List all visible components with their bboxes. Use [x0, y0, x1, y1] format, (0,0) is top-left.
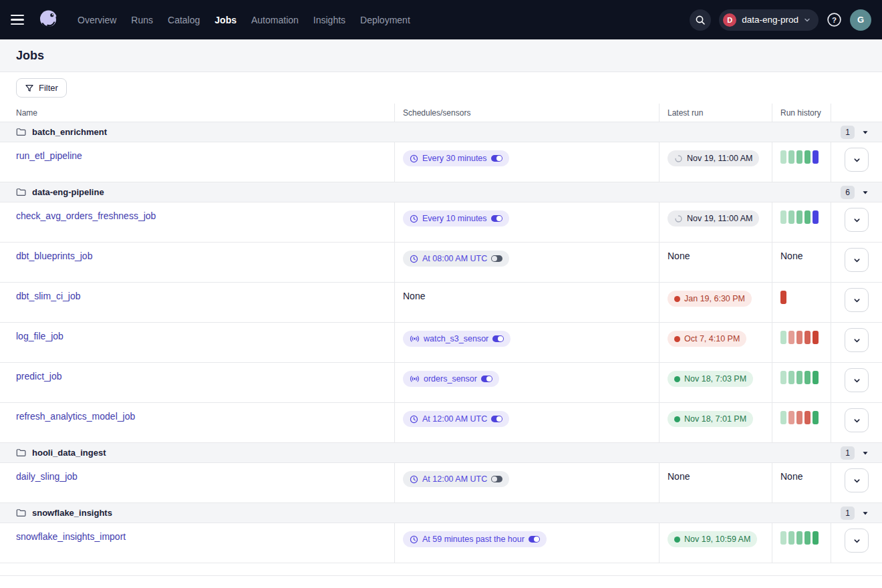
run-history-bars[interactable] [780, 411, 819, 424]
schedule-toggle[interactable] [492, 335, 504, 342]
latest-run-badge[interactable]: Nov 19, 11:00 AM [668, 150, 759, 166]
latest-run-badge[interactable]: Nov 19, 10:59 AM [668, 531, 757, 547]
job-name-link[interactable]: predict_job [16, 371, 62, 382]
job-name-link[interactable]: check_avg_orders_freshness_job [16, 210, 156, 221]
run-history-bars[interactable] [780, 331, 819, 344]
job-actions-button[interactable] [845, 248, 869, 272]
schedule-toggle[interactable] [491, 155, 502, 162]
schedule-toggle[interactable] [481, 376, 492, 382]
group-row-batch_enrichment[interactable]: batch_enrichment1 [0, 122, 882, 142]
run-history-bar[interactable] [796, 371, 802, 384]
run-history-bar[interactable] [780, 291, 786, 304]
run-history-bar[interactable] [788, 531, 794, 545]
run-history-bar[interactable] [796, 331, 802, 344]
run-history-bar[interactable] [780, 531, 786, 545]
schedule-badge[interactable]: Every 10 minutes [403, 210, 509, 227]
run-history-bar[interactable] [788, 411, 794, 424]
run-history-bar[interactable] [813, 371, 819, 384]
run-history-bar[interactable] [788, 371, 794, 384]
latest-run-badge[interactable]: Nov 18, 7:01 PM [668, 411, 753, 427]
user-avatar[interactable]: G [850, 9, 871, 31]
run-history-bar[interactable] [804, 331, 811, 344]
group-collapse-button[interactable] [862, 129, 869, 136]
latest-run-badge[interactable]: Oct 7, 4:10 PM [668, 331, 746, 347]
schedule-badge[interactable]: orders_sensor [403, 371, 499, 387]
run-history-bar[interactable] [780, 411, 786, 424]
latest-run-badge[interactable]: Nov 19, 11:00 AM [668, 210, 759, 227]
run-history-bar[interactable] [780, 150, 786, 164]
schedule-badge[interactable]: At 59 minutes past the hour [403, 531, 547, 547]
run-history-bar[interactable] [780, 210, 786, 224]
help-button[interactable]: ? [827, 12, 842, 27]
menu-icon[interactable] [11, 11, 29, 29]
schedule-toggle[interactable] [491, 255, 502, 262]
latest-run-badge[interactable]: Jan 19, 6:30 PM [668, 291, 752, 307]
job-name-link[interactable]: dbt_slim_ci_job [16, 291, 81, 301]
nav-item-runs[interactable]: Runs [131, 15, 153, 25]
run-history-bar[interactable] [788, 150, 794, 164]
run-history-bar[interactable] [813, 210, 819, 224]
run-history-bar[interactable] [804, 411, 811, 424]
job-name-link[interactable]: daily_sling_job [16, 471, 78, 482]
schedule-badge[interactable]: At 08:00 AM UTC [403, 251, 509, 267]
run-history-bar[interactable] [813, 531, 819, 545]
job-actions-button[interactable] [845, 408, 869, 432]
run-history-bar[interactable] [813, 331, 819, 344]
deployment-selector[interactable]: D data-eng-prod [719, 9, 819, 31]
schedule-toggle[interactable] [491, 416, 502, 422]
run-history-bar[interactable] [796, 150, 802, 164]
schedule-badge[interactable]: watch_s3_sensor [403, 331, 510, 347]
run-history-bar[interactable] [788, 210, 794, 224]
run-history-bar[interactable] [780, 371, 786, 384]
job-name-link[interactable]: log_file_job [16, 331, 63, 341]
schedule-badge[interactable]: At 12:00 AM UTC [403, 471, 509, 487]
run-history-bars[interactable] [780, 531, 819, 545]
schedule-badge[interactable]: At 12:00 AM UTC [403, 411, 509, 427]
nav-item-insights[interactable]: Insights [313, 15, 345, 25]
job-name-link[interactable]: dbt_blueprints_job [16, 251, 92, 261]
job-actions-button[interactable] [845, 208, 869, 232]
run-history-bars[interactable] [780, 291, 786, 304]
run-history-bars[interactable] [780, 371, 819, 384]
group-collapse-button[interactable] [862, 510, 869, 517]
group-row-snowflake_insights[interactable]: snowflake_insights1 [0, 503, 882, 523]
run-history-bar[interactable] [788, 331, 794, 344]
job-actions-button[interactable] [845, 529, 869, 553]
job-name-link[interactable]: refresh_analytics_model_job [16, 411, 135, 422]
nav-item-catalog[interactable]: Catalog [168, 15, 200, 25]
group-row-hooli_data_ingest[interactable]: hooli_data_ingest1 [0, 443, 882, 463]
group-collapse-button[interactable] [862, 450, 869, 456]
job-actions-button[interactable] [845, 148, 869, 172]
nav-item-overview[interactable]: Overview [78, 15, 116, 25]
run-history-bars[interactable] [780, 210, 819, 224]
search-button[interactable] [690, 9, 711, 31]
nav-item-deployment[interactable]: Deployment [360, 15, 410, 25]
run-history-bar[interactable] [804, 210, 811, 224]
nav-item-automation[interactable]: Automation [251, 15, 299, 25]
job-name-link[interactable]: run_etl_pipeline [16, 150, 82, 161]
filter-button[interactable]: Filter [16, 78, 67, 98]
nav-item-jobs[interactable]: Jobs [214, 15, 237, 25]
job-actions-button[interactable] [845, 288, 869, 312]
schedule-badge[interactable]: Every 30 minutes [403, 150, 509, 166]
run-history-bar[interactable] [813, 411, 819, 424]
schedule-toggle[interactable] [491, 476, 502, 482]
run-history-bar[interactable] [796, 531, 802, 545]
schedule-toggle[interactable] [491, 215, 502, 222]
run-history-bar[interactable] [804, 371, 811, 384]
group-collapse-button[interactable] [862, 189, 869, 196]
job-actions-button[interactable] [845, 328, 869, 352]
run-history-bar[interactable] [804, 150, 811, 164]
run-history-bars[interactable] [780, 150, 819, 164]
job-actions-button[interactable] [845, 368, 869, 392]
run-history-bar[interactable] [780, 331, 786, 344]
group-row-data-eng-pipeline[interactable]: data-eng-pipeline6 [0, 182, 882, 202]
job-actions-button[interactable] [845, 468, 869, 492]
run-history-bar[interactable] [813, 150, 819, 164]
latest-run-badge[interactable]: Nov 18, 7:03 PM [668, 371, 753, 387]
job-name-link[interactable]: snowflake_insights_import [16, 531, 126, 542]
schedule-toggle[interactable] [529, 536, 540, 543]
run-history-bar[interactable] [796, 210, 802, 224]
run-history-bar[interactable] [804, 531, 811, 545]
run-history-bar[interactable] [796, 411, 802, 424]
